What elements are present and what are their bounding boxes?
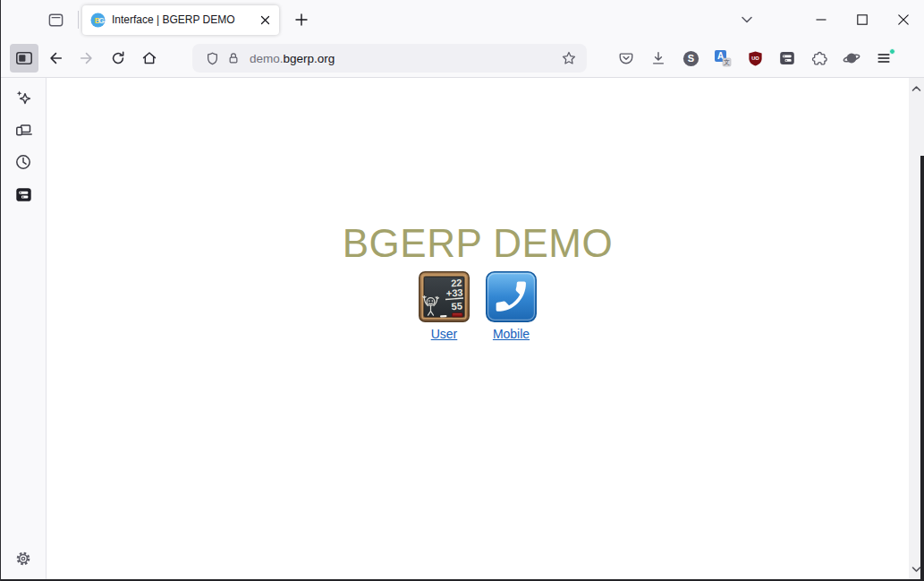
url-subdomain: demo. (250, 52, 284, 65)
mobile-launcher-icon-link[interactable] (486, 271, 537, 322)
page-content: BGERP DEMO (47, 78, 909, 579)
page-title: BGERP DEMO (47, 224, 909, 263)
star-icon (561, 50, 577, 66)
maximize-icon (857, 14, 868, 25)
tracking-protection-button[interactable] (201, 47, 223, 69)
svg-text:G: G (98, 15, 105, 24)
pocket-icon (618, 50, 634, 66)
tab-title: Interface | BGERP DEMO (112, 13, 256, 26)
toolbar-extensions-area: S A 文 UO (613, 45, 897, 72)
ublock-icon: UO (747, 50, 764, 67)
new-tab-icon (294, 13, 309, 27)
ai-sparkle-icon (14, 89, 32, 107)
translate-extension-button[interactable]: A 文 (709, 45, 736, 72)
reload-button[interactable] (104, 44, 132, 73)
browser-tab[interactable]: B G Interface | BGERP DEMO (82, 5, 279, 35)
downloads-button[interactable] (645, 45, 672, 72)
maximize-button[interactable] (842, 0, 883, 39)
list-all-tabs-button[interactable] (733, 6, 760, 33)
extensions-button[interactable] (806, 45, 833, 72)
update-badge (889, 48, 895, 55)
tab-separator (78, 11, 79, 29)
tab-close-button[interactable] (256, 11, 274, 29)
url-domain: bgerp.org (284, 52, 335, 65)
cards-extension-icon (14, 185, 33, 204)
bookmark-button[interactable] (558, 47, 580, 69)
mobile-link[interactable]: Mobile (493, 327, 530, 341)
window-close-button[interactable] (883, 0, 924, 39)
titlebar: B G Interface | BGERP DEMO (1, 0, 924, 39)
sidebar (1, 78, 47, 579)
cards-extension-button[interactable] (774, 45, 801, 72)
window-close-icon (898, 14, 909, 25)
s-extension-button[interactable]: S (677, 45, 704, 72)
home-icon (141, 50, 157, 66)
s-extension-icon: S (682, 50, 699, 67)
sidebar-settings-button[interactable] (8, 543, 38, 574)
back-button[interactable] (41, 44, 70, 73)
reload-icon (110, 50, 126, 66)
user-launcher: 22 +33 55 (418, 271, 471, 341)
gear-icon (14, 550, 32, 568)
svg-text:UO: UO (751, 56, 759, 61)
svg-text:文: 文 (724, 58, 730, 66)
pocket-button[interactable] (613, 45, 640, 72)
sidebar-toggle-button[interactable] (10, 44, 38, 73)
menu-button[interactable] (870, 45, 897, 72)
launcher-row: 22 +33 55 (47, 271, 909, 341)
planet-icon (843, 49, 860, 67)
url-text[interactable]: demo.bgerp.org (250, 52, 558, 65)
download-icon (650, 50, 666, 66)
minimize-icon (816, 14, 827, 25)
site-security-button[interactable] (223, 47, 244, 69)
user-launcher-icon-link[interactable]: 22 +33 55 (419, 271, 470, 322)
cards-extension-sidebar-button[interactable] (8, 179, 38, 209)
puzzle-icon (811, 50, 828, 67)
window-right-edge (920, 156, 924, 579)
list-tabs-chevron-icon (740, 13, 754, 27)
tab-close-icon (260, 15, 270, 25)
svg-text:55: 55 (451, 301, 462, 312)
sidebar-toggle-icon (15, 49, 33, 67)
svg-text:S: S (687, 53, 693, 64)
synced-tabs-button[interactable] (8, 115, 38, 145)
site-favicon: B G (90, 13, 106, 28)
browser-window: B G Interface | BGERP DEMO (0, 0, 924, 581)
cards-extension-icon (778, 49, 796, 67)
shield-icon (205, 51, 220, 66)
synced-tabs-icon (14, 121, 33, 140)
browser-body: BGERP DEMO (1, 78, 924, 579)
mobile-launcher: Mobile (485, 271, 538, 341)
history-clock-icon (14, 153, 32, 171)
ublock-button[interactable]: UO (742, 45, 768, 72)
chalkboard-icon: 22 +33 55 (419, 271, 470, 322)
firefox-view-icon (47, 12, 64, 29)
translate-icon: A 文 (714, 49, 732, 67)
minimize-button[interactable] (801, 0, 842, 39)
back-icon (47, 50, 64, 66)
planet-extension-button[interactable] (838, 45, 865, 72)
phone-icon (486, 271, 537, 322)
lock-icon (226, 51, 241, 65)
forward-icon (79, 50, 95, 66)
forward-button[interactable] (72, 44, 101, 73)
history-button[interactable] (8, 147, 38, 177)
new-tab-button[interactable] (288, 6, 315, 33)
url-bar[interactable]: demo.bgerp.org (192, 44, 587, 73)
ai-chatbot-button[interactable] (8, 82, 38, 113)
scroll-up-button[interactable] (911, 82, 922, 94)
firefox-view-button[interactable] (42, 6, 69, 33)
home-button[interactable] (135, 44, 164, 73)
svg-text:+33: +33 (445, 287, 462, 299)
user-link[interactable]: User (431, 327, 458, 341)
scroll-up-icon (911, 85, 921, 92)
navigation-toolbar: demo.bgerp.org (1, 39, 924, 78)
